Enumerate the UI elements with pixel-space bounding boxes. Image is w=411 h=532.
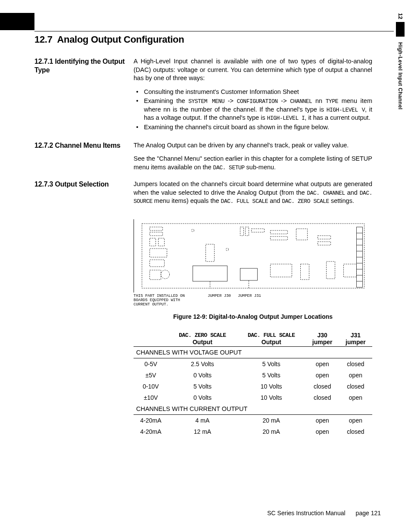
svg-rect-2 [150,232,163,236]
label: jumper [312,339,333,345]
th-j31: J31jumper [339,330,372,347]
cell: 0 Volts [168,392,237,403]
cell: 5 Volts [237,370,306,381]
svg-rect-22 [271,264,292,277]
svg-rect-21 [296,229,308,240]
th-zero-scale: DAC. ZERO SCALEOutput [168,330,237,347]
cell: ±5V [134,370,168,381]
svg-rect-25 [318,242,331,245]
t: -> [224,97,237,104]
cell: open [339,414,372,426]
mono-label: DAC. FULL SCALE [248,332,295,339]
t: and [268,197,282,204]
cell: 4-20mA [134,426,168,437]
circuit-board-diagram [134,219,372,292]
table-row: ±5V0 Volts5 Voltsopenopen [134,370,372,381]
svg-rect-17 [240,268,258,280]
circuit-svg [136,223,371,292]
cell: 20 mA [237,426,306,437]
paragraph: See the "Channel Menu" section earlier i… [134,155,372,171]
t: settings. [329,197,354,204]
jumper-j30-label: JUMPER J30 [208,294,231,299]
cell: closed [306,392,339,403]
group-label: CHANNELS WITH VOLTAGE OUPUT [134,346,372,358]
cell: closed [306,381,339,392]
cell: 10 Volts [237,392,306,403]
table-header-row: DAC. ZERO SCALEOutput DAC. FULL SCALEOut… [134,330,372,347]
menu-path: CHANNEL [290,98,312,105]
cell: 0 Volts [168,370,237,381]
t: -> [278,97,290,104]
page-footer: SC Series Instruction Manual page 121 [34,510,381,516]
svg-rect-4 [159,238,165,246]
cell: open [306,358,339,370]
body-text: The Analog Output can be driven by any c… [134,141,394,177]
t: Examining the [144,97,188,104]
svg-rect-23 [301,264,309,280]
svg-rect-16 [252,229,265,232]
svg-rect-1 [150,227,163,230]
subsection-12-7-2: 12.7.2 Channel Menu Items The Analog Out… [34,141,394,177]
cell: 0-10V [134,381,168,392]
body-text: Jumpers located on the channel's circuit… [134,180,394,211]
group-label: CHANNELS WITH CURRENT OUTPUT [134,403,372,415]
label: J30 [318,332,327,339]
svg-rect-6 [150,260,165,267]
label: J31 [351,332,361,339]
svg-rect-8 [150,270,161,280]
menu-path: HIGH-LEVEL I [267,115,305,121]
figure-caption: Figure 12-9: Digital-to-Analog Output Ju… [134,313,372,320]
cell: open [339,370,372,381]
paragraph: A High-Level Input channel is available … [134,57,372,83]
cell: closed [339,426,372,437]
table-row: 0-5V2.5 Volts5 Voltsopenclosed [134,358,372,370]
manual-title: SC Series Instruction Manual [267,510,345,516]
list-item: Consulting the instrument's Customer Inf… [134,88,372,96]
svg-rect-13 [206,244,215,261]
cell: 4 mA [168,414,237,426]
cell: 5 Volts [168,381,237,392]
th-blank [134,330,168,347]
cell: 2.5 Volts [168,358,237,370]
table-row: 4-20mA12 mA20 mAopenclosed [134,426,372,437]
chapter-title: High-Level Input Channel [397,39,403,112]
heading-text: Output Selection [55,180,109,188]
th-full-scale: DAC. FULL SCALEOutput [237,330,306,347]
menu-path: TYPE [326,98,338,105]
table-row: ±10V0 Volts10 Voltsclosedopen [134,392,372,403]
svg-point-9 [192,229,194,232]
horizontal-rule [34,31,394,31]
menu-path: CONFIGURATION [237,98,278,105]
subsection-12-7-3: 12.7.3 Output Selection Jumpers located … [34,180,394,211]
subsection-heading: 12.7.1 Identifying the Output Type [34,57,134,75]
menu-path: HIGH-LEVEL V [327,107,365,113]
table-group-current: CHANNELS WITH CURRENT OUTPUT [134,403,372,415]
chapter-number: 12 [397,11,404,22]
table-row: 4-20mA4 mA20 mAopenopen [134,414,372,426]
heading-text: Channel Menu Items [55,142,121,149]
figure-callouts: THIS PART INSTALLED ON BOARDS EQUIPPED W… [134,294,372,307]
paragraph: The Analog Output can be driven by any c… [134,141,372,150]
svg-rect-19 [271,230,288,234]
mono-label: DAC. ZERO SCALE [179,332,226,339]
heading-num: 12.7.2 [34,142,53,149]
subsection-heading: 12.7.2 Channel Menu Items [34,141,134,150]
svg-rect-27 [344,264,357,277]
table-row: 0-10V5 Volts10 Voltsclosedclosed [134,381,372,392]
table-group-voltage: CHANNELS WITH VOLTAGE OUPUT [134,346,372,358]
label: Output [262,339,281,345]
t: and [345,189,360,196]
menu-path: DAC. ZERO SCALE [282,198,329,205]
list-text: Consulting the instrument's Customer Inf… [144,88,299,95]
cell: 12 mA [168,426,237,437]
menu-path: DAC. CHANNEL [307,190,345,196]
svg-point-10 [226,248,229,251]
list-text: Examining the channel's circuit board as… [144,124,329,131]
cell: 5 Volts [237,358,306,370]
paragraph: Jumpers located on the channel's circuit… [134,180,372,205]
menu-path: SYSTEM MENU [188,98,224,105]
jumper-j31-label: JUMPER J31 [238,294,261,299]
svg-rect-20 [271,236,288,240]
cell: closed [339,381,372,392]
t: menu items) equals the [153,197,221,204]
